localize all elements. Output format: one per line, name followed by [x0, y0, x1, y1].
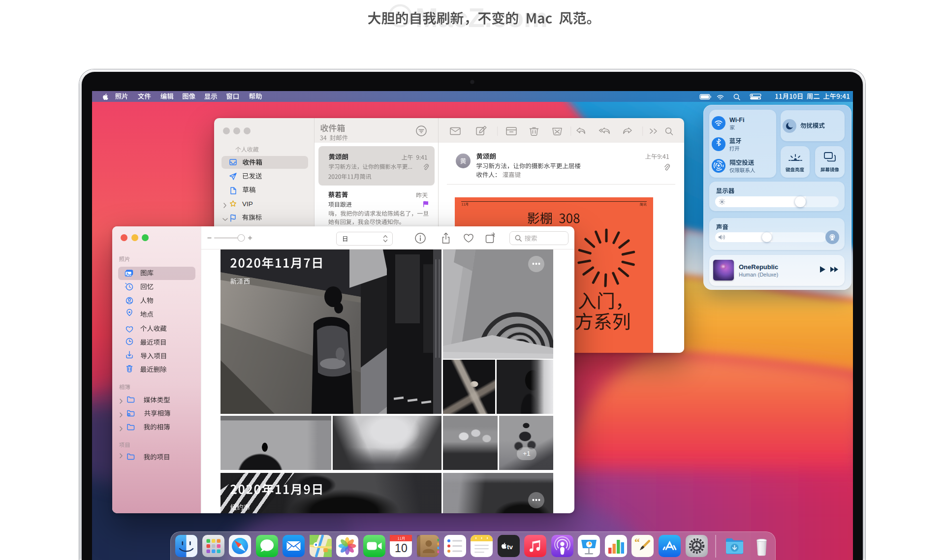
svg-text:“: “	[634, 536, 640, 548]
svg-text:tv: tv	[507, 543, 513, 551]
